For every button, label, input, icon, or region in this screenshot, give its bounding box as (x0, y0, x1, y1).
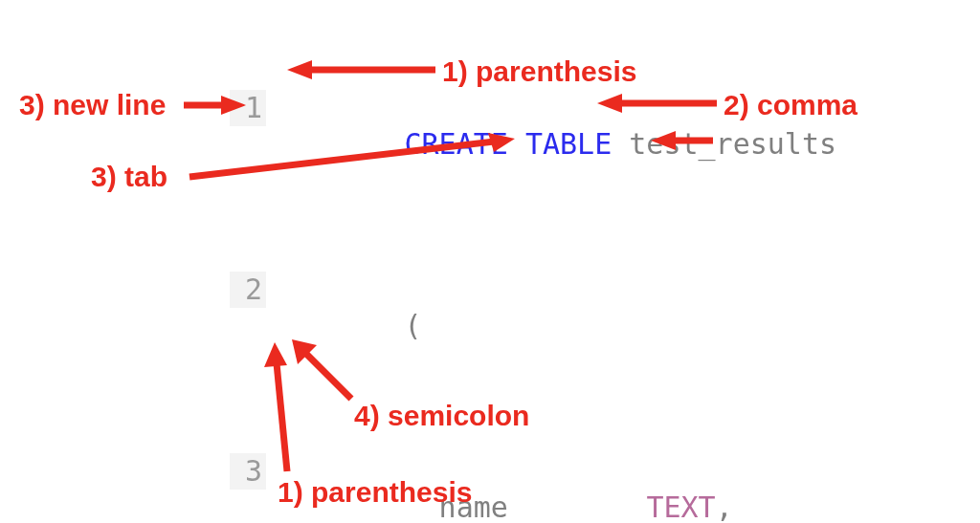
annotation-semicolon: 4) semicolon (354, 402, 529, 430)
line-number: 1 (230, 90, 266, 126)
line-number: 2 (230, 272, 266, 308)
annotation-newline: 3) new line (19, 91, 166, 120)
type-text: TEXT (646, 490, 715, 523)
keyword-create-table: CREATE TABLE (405, 127, 612, 161)
ident-tablename: test_results (612, 127, 836, 161)
comma: , (716, 490, 733, 523)
annotation-parenthesis-bot: 1) parenthesis (278, 478, 472, 507)
diagram-stage: 1 CREATE TABLE test_results 2 ( 3 name T… (0, 0, 980, 523)
line-number: 3 (230, 453, 266, 490)
annotation-tab: 3) tab (91, 163, 167, 191)
open-paren: ( (405, 309, 422, 342)
annotation-comma: 2) comma (724, 91, 858, 120)
code-line-2: 2 ( (230, 272, 836, 381)
code-content: ( (266, 272, 422, 381)
annotation-parenthesis-top: 1) parenthesis (442, 57, 636, 86)
